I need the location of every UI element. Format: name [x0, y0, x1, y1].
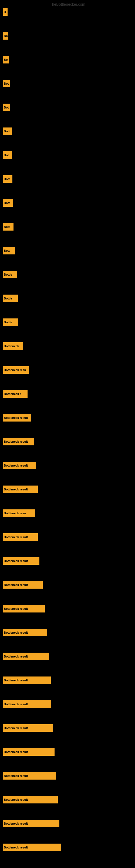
- bar-item: Bot: [3, 104, 10, 111]
- bar-item: Bottleneck result: [3, 462, 36, 469]
- bar-item: Bottle: [3, 318, 18, 326]
- bar-item: Bottleneck result: [3, 557, 39, 565]
- bar-item: Bottleneck result: [3, 677, 51, 684]
- site-title: TheBottlenecker.com: [50, 2, 85, 6]
- bar-label: Bottleneck result: [4, 488, 28, 491]
- bar-label: Bo: [4, 58, 8, 61]
- bar-label: Bott: [4, 201, 10, 205]
- bar-label: Bottleneck result: [4, 703, 28, 706]
- bar-item: Bottleneck result: [3, 724, 53, 732]
- bar-item: B: [3, 8, 8, 16]
- bar-label: Bottleneck result: [4, 464, 28, 467]
- bar-label: Bot: [4, 82, 9, 85]
- bar-label: Bott: [4, 130, 10, 133]
- bar-item: Bottle: [3, 271, 17, 278]
- bar-label: Bottleneck resu: [4, 368, 26, 372]
- bar-item: Bot: [3, 151, 12, 159]
- bar-item: Bottleneck result: [3, 796, 58, 803]
- bar-item: Bottleneck r: [3, 390, 28, 398]
- bar-label: Bottleneck result: [4, 535, 28, 539]
- bar-label: Bottleneck result: [4, 440, 28, 443]
- bar-label: Bottleneck result: [4, 846, 28, 849]
- bar-label: Bottleneck result: [4, 631, 28, 634]
- bar-label: Bot: [4, 106, 9, 109]
- bar-label: Bottleneck resu: [4, 512, 26, 515]
- bar-label: Bottleneck result: [4, 655, 28, 658]
- bar-item: Bott: [3, 223, 13, 230]
- bar-label: Bottleneck result: [4, 822, 28, 825]
- bar-item: Bo: [3, 56, 9, 63]
- bar-label: Bottle: [4, 297, 12, 300]
- bar-label: Bott: [4, 225, 10, 228]
- bar-item: Bottleneck result: [3, 605, 45, 613]
- bar-item: Bottle: [3, 294, 18, 302]
- bar-item: Bottleneck result: [3, 438, 34, 445]
- bar-item: Bottleneck result: [3, 701, 51, 708]
- bar-label: Bot: [4, 154, 9, 157]
- bar-item: Bottleneck result: [3, 844, 61, 851]
- bar-item: Bottleneck result: [3, 820, 59, 827]
- bar-item: Bottleneck resu: [3, 509, 35, 517]
- bar-item: Bottleneck result: [3, 533, 38, 541]
- bar-label: Bottleneck result: [4, 798, 28, 801]
- bar-label: Bottleneck result: [4, 679, 28, 682]
- bar-item: Bott: [3, 247, 15, 254]
- bar-item: Bottleneck: [3, 342, 23, 350]
- bar-item: Bottleneck result: [3, 486, 38, 493]
- bar-item: Bot: [3, 80, 10, 87]
- bar-label: Bottleneck result: [4, 774, 28, 777]
- bar-label: Bottleneck result: [4, 416, 28, 420]
- bar-item: Bottleneck result: [3, 772, 56, 780]
- bar-label: Bottleneck r: [4, 392, 21, 396]
- bar-label: Bottleneck result: [4, 607, 28, 610]
- bar-label: Bottleneck result: [4, 583, 28, 586]
- bar-label: Bottleneck result: [4, 559, 28, 563]
- bar-item: Bottleneck result: [3, 414, 31, 422]
- bar-label: Bottleneck result: [4, 750, 28, 753]
- bar-item: Bott: [3, 175, 12, 183]
- bar-item: Bott: [3, 199, 13, 207]
- bar-label: B: [4, 10, 6, 13]
- bar-item: Bottleneck result: [3, 653, 49, 660]
- bar-label: Bottleneck result: [4, 726, 28, 730]
- bar-item: Bott: [3, 127, 12, 135]
- bar-label: Bottle: [4, 321, 12, 324]
- bar-item: Bottleneck result: [3, 629, 47, 637]
- bar-label: Bott: [4, 249, 10, 252]
- bar-item: Bottleneck result: [3, 581, 43, 589]
- bar-item: Bottleneck resu: [3, 366, 29, 374]
- bar-label: Bo: [4, 34, 8, 37]
- bar-label: Bottle: [4, 273, 12, 276]
- bar-item: Bo: [3, 32, 8, 40]
- bar-label: Bott: [4, 177, 10, 181]
- bar-item: Bottleneck result: [3, 748, 54, 756]
- bar-label: Bottleneck: [4, 344, 19, 348]
